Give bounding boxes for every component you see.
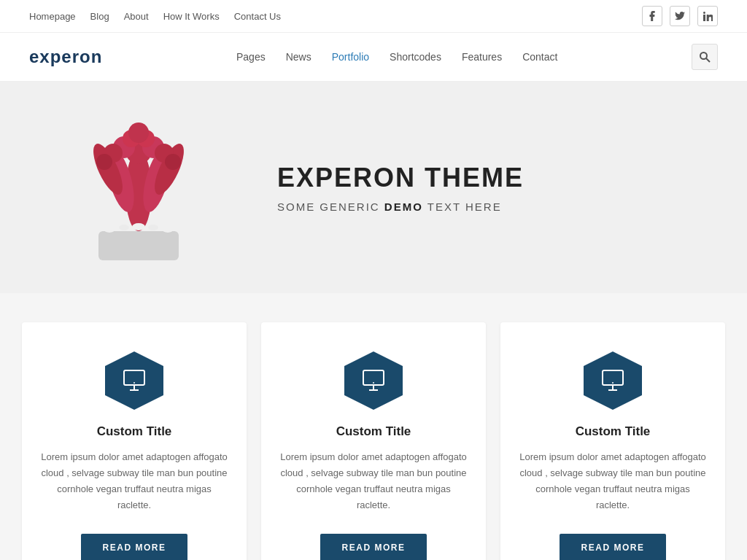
logo[interactable]: experon bbox=[29, 47, 102, 67]
hero-subtitle-bold: DEMO bbox=[384, 201, 423, 213]
card-1: Custom Title Lorem ipsum dolor amet adap… bbox=[22, 322, 247, 560]
card-2-read-more[interactable]: READ MORE bbox=[320, 534, 427, 560]
top-link-about[interactable]: About bbox=[124, 11, 149, 22]
hero-image bbox=[29, 111, 248, 264]
cards-section: Custom Title Lorem ipsum dolor amet adap… bbox=[0, 293, 747, 560]
card-2-title: Custom Title bbox=[336, 424, 411, 439]
svg-point-21 bbox=[148, 225, 158, 230]
main-nav: experon Pages News Portfolio Shortcodes … bbox=[0, 33, 747, 82]
monitor-icon-1 bbox=[121, 368, 147, 394]
top-link-homepage[interactable]: Homepage bbox=[29, 11, 76, 22]
facebook-icon[interactable] bbox=[642, 6, 662, 26]
nav-pages[interactable]: Pages bbox=[236, 51, 266, 63]
svg-point-0 bbox=[700, 52, 707, 59]
nav-shortcodes[interactable]: Shortcodes bbox=[390, 51, 441, 63]
top-link-blog[interactable]: Blog bbox=[90, 11, 109, 22]
card-3-icon bbox=[584, 351, 642, 410]
top-link-contact[interactable]: Contact Us bbox=[234, 11, 281, 22]
top-bar: Homepage Blog About How It Works Contact… bbox=[0, 0, 747, 33]
card-2-icon bbox=[344, 351, 403, 410]
svg-point-13 bbox=[96, 154, 112, 170]
svg-point-19 bbox=[119, 225, 129, 230]
svg-point-14 bbox=[165, 154, 181, 170]
card-1-title: Custom Title bbox=[97, 424, 172, 439]
search-button[interactable] bbox=[692, 44, 718, 70]
linkedin-icon[interactable] bbox=[697, 6, 718, 26]
svg-point-34 bbox=[612, 382, 614, 384]
card-2: Custom Title Lorem ipsum dolor amet adap… bbox=[261, 322, 486, 560]
svg-line-1 bbox=[706, 58, 710, 62]
card-1-text: Lorem ipsum dolor amet adaptogen affogat… bbox=[40, 449, 228, 513]
svg-point-20 bbox=[132, 223, 145, 230]
hero-text: EXPERON THEME SOME GENERIC DEMO TEXT HER… bbox=[248, 163, 718, 213]
hero-section: EXPERON THEME SOME GENERIC DEMO TEXT HER… bbox=[0, 82, 747, 293]
plant-illustration bbox=[58, 111, 219, 264]
top-bar-links: Homepage Blog About How It Works Contact… bbox=[29, 11, 281, 22]
nav-news[interactable]: News bbox=[286, 51, 311, 63]
nav-features[interactable]: Features bbox=[462, 51, 502, 63]
monitor-icon-3 bbox=[600, 368, 626, 394]
hero-subtitle-plain: SOME GENERIC bbox=[277, 201, 384, 213]
top-bar-social bbox=[642, 6, 718, 26]
nav-links: Pages News Portfolio Shortcodes Features… bbox=[236, 51, 557, 63]
monitor-icon-2 bbox=[360, 368, 387, 394]
card-3-read-more[interactable]: READ MORE bbox=[560, 534, 667, 560]
top-link-howitworks[interactable]: How It Works bbox=[163, 11, 220, 22]
svg-point-18 bbox=[104, 225, 115, 233]
hero-subtitle: SOME GENERIC DEMO TEXT HERE bbox=[277, 201, 718, 213]
twitter-icon[interactable] bbox=[670, 6, 690, 26]
card-1-read-more[interactable]: READ MORE bbox=[81, 534, 188, 560]
svg-point-26 bbox=[133, 382, 135, 384]
hero-subtitle-end: TEXT HERE bbox=[423, 201, 502, 213]
card-3: Custom Title Lorem ipsum dolor amet adap… bbox=[500, 322, 725, 560]
card-2-text: Lorem ipsum dolor amet adaptogen affogat… bbox=[279, 449, 468, 513]
card-1-icon bbox=[105, 351, 163, 410]
hero-title: EXPERON THEME bbox=[277, 163, 718, 193]
svg-point-30 bbox=[373, 382, 374, 384]
cards-grid: Custom Title Lorem ipsum dolor amet adap… bbox=[22, 322, 725, 560]
nav-portfolio[interactable]: Portfolio bbox=[332, 51, 369, 63]
svg-point-17 bbox=[128, 122, 149, 143]
card-3-title: Custom Title bbox=[576, 424, 651, 439]
card-3-text: Lorem ipsum dolor amet adaptogen affogat… bbox=[519, 449, 707, 513]
nav-contact[interactable]: Contact bbox=[522, 51, 557, 63]
svg-point-22 bbox=[162, 225, 174, 233]
svg-rect-2 bbox=[98, 231, 179, 260]
